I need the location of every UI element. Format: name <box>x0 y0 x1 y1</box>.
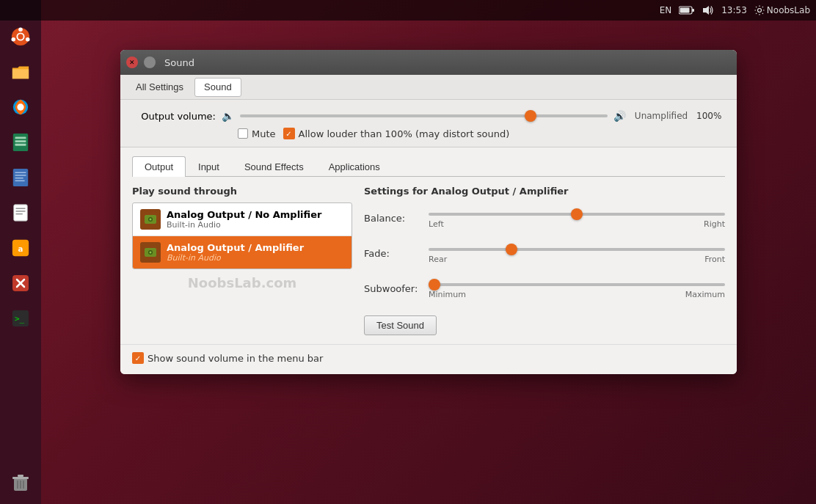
balance-row: Balance: Left Right <box>364 207 725 229</box>
svg-rect-19 <box>15 178 23 178</box>
device-icon-no-amp <box>140 209 161 230</box>
balance-label: Balance: <box>364 213 423 224</box>
tab-applications[interactable]: Applications <box>316 156 393 177</box>
content-area: Output Input Sound Effects Applications … <box>120 147 737 344</box>
ubuntu-icon <box>11 27 30 46</box>
volume-percent: 100% <box>696 111 722 121</box>
firefox-icon <box>11 98 30 117</box>
texteditor-icon <box>11 203 30 222</box>
battery-indicator <box>679 6 695 15</box>
close-button[interactable]: ✕ <box>126 56 138 68</box>
show-volume-checkbox[interactable]: ✓ <box>132 352 144 364</box>
sidebar-icon-writer[interactable] <box>5 162 36 193</box>
svg-rect-22 <box>16 208 26 209</box>
volume-slider-container[interactable] <box>240 109 608 123</box>
device-list: Analog Output / No Amplifier Built-in Au… <box>132 202 352 269</box>
svg-rect-13 <box>15 137 26 139</box>
fade-row: Fade: Rear Front <box>364 242 725 264</box>
sidebar-icon-trash[interactable] <box>5 467 36 498</box>
fade-front-label: Front <box>704 255 725 264</box>
sidebar-icon-firefox[interactable] <box>5 92 36 123</box>
keyboard-layout-indicator[interactable]: EN <box>660 5 672 15</box>
svg-rect-14 <box>15 140 26 142</box>
svg-point-8 <box>26 37 30 42</box>
device-item-no-amplifier[interactable]: Analog Output / No Amplifier Built-in Au… <box>133 203 351 236</box>
subwoofer-row: Subwoofer: Minimum Maximum <box>364 277 725 299</box>
tab-sound-effects[interactable]: Sound Effects <box>232 156 316 177</box>
subwoofer-label: Subwoofer: <box>364 283 423 294</box>
sound-nav-button[interactable]: Sound <box>194 78 241 97</box>
balance-left-label: Left <box>429 219 444 229</box>
subwoofer-min-label: Minimum <box>429 290 466 299</box>
svg-rect-17 <box>15 172 26 173</box>
all-settings-nav-button[interactable]: All Settings <box>126 78 193 97</box>
title-bar[interactable]: ✕ Sound <box>120 50 737 75</box>
watermark: NoobsLab.com <box>132 275 352 291</box>
play-sound-panel: Play sound through Analog Output / No Am… <box>132 186 352 335</box>
sidebar-icon-files[interactable] <box>5 56 36 87</box>
sidebar-icon-texteditor[interactable] <box>5 197 36 228</box>
noobslab-indicator[interactable]: NoobsLab <box>754 5 810 15</box>
volume-slider[interactable] <box>240 114 608 117</box>
device-sub-amp: Built-in Audio <box>167 253 304 263</box>
mute-checkbox-label[interactable]: Mute <box>238 128 276 139</box>
play-sound-title: Play sound through <box>132 186 352 197</box>
sidebar-icon-terminal[interactable]: >_ <box>5 303 36 334</box>
svg-rect-24 <box>16 213 23 214</box>
gear-icon <box>754 5 765 15</box>
tools-icon <box>11 274 30 293</box>
minimize-button[interactable] <box>144 56 156 68</box>
device-sub-no-amp: Built-in Audio <box>167 220 321 230</box>
bottom-bar: ✓ Show sound volume in the menu bar <box>120 344 737 374</box>
output-volume-label: Output volume: <box>135 111 216 122</box>
fade-slider[interactable] <box>429 248 725 251</box>
tab-input[interactable]: Input <box>186 156 232 177</box>
tab-output[interactable]: Output <box>132 156 186 177</box>
svg-text:a: a <box>18 245 23 253</box>
main-area: ✕ Sound All Settings Sound Output volume… <box>41 21 816 504</box>
svg-rect-18 <box>15 175 26 175</box>
subwoofer-slider[interactable] <box>429 283 725 286</box>
inner-tabs: Output Input Sound Effects Applications <box>132 156 725 177</box>
allow-louder-checkbox[interactable]: ✓ <box>283 128 295 139</box>
libreoffice-calc-icon <box>11 133 30 152</box>
sidebar: a >_ <box>0 0 41 504</box>
sidebar-icon-calc[interactable] <box>5 127 36 158</box>
balance-slider-container[interactable]: Left Right <box>429 207 725 229</box>
subwoofer-slider-container[interactable]: Minimum Maximum <box>429 277 725 299</box>
svg-point-40 <box>150 219 152 221</box>
fade-slider-container[interactable]: Rear Front <box>429 242 725 264</box>
device-name-no-amp: Analog Output / No Amplifier <box>167 209 321 220</box>
balance-slider[interactable] <box>429 213 725 216</box>
svg-rect-23 <box>16 211 26 211</box>
settings-panel: Settings for Analog Output / Amplifier B… <box>364 186 725 335</box>
speaker-high-icon: 🔊 <box>613 110 626 122</box>
show-volume-text: Show sound volume in the menu bar <box>147 353 323 364</box>
allow-louder-checkbox-label[interactable]: ✓ Allow louder than 100% (may distort so… <box>283 128 510 139</box>
svg-rect-1 <box>692 9 694 12</box>
volume-indicator[interactable] <box>702 5 714 15</box>
svg-point-11 <box>17 103 23 110</box>
nav-bar: All Settings Sound <box>120 75 737 100</box>
amazon-icon: a <box>11 238 30 258</box>
balance-right-label: Right <box>704 219 725 229</box>
svg-rect-15 <box>15 144 26 146</box>
test-sound-button[interactable]: Test Sound <box>364 315 437 335</box>
svg-point-9 <box>11 37 15 42</box>
sidebar-icon-amazon[interactable]: a <box>5 233 36 263</box>
sidebar-icon-tools[interactable] <box>5 268 36 299</box>
noobslab-label: NoobsLab <box>767 5 810 15</box>
svg-rect-34 <box>18 475 23 477</box>
show-volume-label[interactable]: ✓ Show sound volume in the menu bar <box>132 352 725 364</box>
speaker-low-icon: 🔈 <box>222 110 234 122</box>
svg-text:>_: >_ <box>15 314 25 324</box>
svg-point-7 <box>18 27 23 32</box>
device-item-amplifier[interactable]: Analog Output / Amplifier Built-in Audio <box>133 236 351 269</box>
subwoofer-max-label: Maximum <box>685 290 725 299</box>
volume-unamplified-label: Unamplified <box>632 111 691 121</box>
allow-louder-label: Allow louder than 100% (may distort soun… <box>299 128 510 139</box>
sidebar-icon-ubuntu[interactable] <box>5 21 36 52</box>
mute-checkbox[interactable] <box>238 128 248 139</box>
svg-rect-33 <box>12 477 29 479</box>
sound-dialog: ✕ Sound All Settings Sound Output volume… <box>120 50 737 374</box>
